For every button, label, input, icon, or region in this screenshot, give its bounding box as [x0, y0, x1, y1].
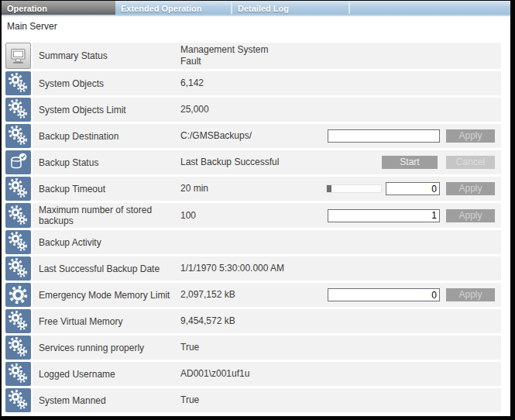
property-value: 25,000	[180, 104, 289, 115]
gears-icon	[5, 71, 31, 95]
row-backup-status: Backup Status Last Backup Successful Sta…	[5, 150, 501, 174]
property-value: 9,454,572 kB	[180, 315, 289, 327]
row-backup-activity: Backup Activity	[5, 230, 501, 254]
row-system-objects-limit: System Objects Limit 25,000	[5, 98, 501, 122]
property-label: Backup Timeout	[39, 184, 180, 195]
emergency-memory-input[interactable]	[328, 288, 440, 301]
property-label: Free Virtual Memory	[39, 316, 180, 327]
gears-icon	[5, 124, 31, 148]
row-max-stored-backups: Maximum number of stored backups 100 App…	[5, 203, 501, 228]
gear-icon	[5, 283, 31, 307]
property-value: 6,142	[180, 77, 289, 89]
monitor-icon	[5, 43, 31, 69]
gears-icon	[5, 336, 31, 360]
gears-icon	[5, 203, 31, 228]
property-value: 2,097,152 kB	[180, 289, 289, 301]
gears-icon	[5, 388, 31, 412]
tab-detailed-log[interactable]: Detailed Log	[232, 1, 348, 15]
property-list: Summary Status Management System Fault S…	[5, 43, 501, 412]
gears-icon	[5, 230, 31, 254]
property-label: Last Successful Backup Date	[39, 263, 180, 274]
row-services-running-properly: Services running properly True	[5, 336, 501, 360]
property-label: Emergency Mode Memory Limit	[39, 290, 180, 301]
property-value: 100	[180, 210, 289, 222]
slider-handle[interactable]	[327, 185, 331, 192]
property-label: Backup Status	[39, 157, 180, 168]
property-value: True	[180, 394, 289, 406]
gears-icon	[5, 362, 31, 386]
property-label: Backup Destination	[39, 131, 180, 142]
property-label: Maximum number of stored backups	[39, 205, 180, 226]
backup-destination-input[interactable]	[328, 129, 440, 143]
property-value: 20 min	[180, 183, 289, 195]
property-value: Management System Fault	[180, 44, 289, 67]
property-label: System Objects Limit	[39, 105, 180, 115]
property-value: 1/1/1970 5:30:00.000 AM	[180, 263, 289, 274]
property-label: Backup Activity	[39, 237, 180, 248]
gears-icon	[5, 256, 31, 281]
row-last-successful-backup-date: Last Successful Backup Date 1/1/1970 5:3…	[5, 256, 501, 281]
max-backups-apply-button[interactable]: Apply	[446, 209, 495, 222]
gears-icon	[5, 98, 31, 122]
row-logged-username: Logged Username AD001\z001uf1u	[5, 362, 501, 386]
row-backup-timeout: Backup Timeout 20 min Apply	[5, 177, 501, 201]
property-value: Last Backup Successful	[180, 157, 289, 168]
backup-start-button[interactable]: Start	[382, 156, 438, 169]
page-title: Main Server	[2, 21, 510, 35]
tab-bar: Operation Extended Operation Detailed Lo…	[2, 1, 510, 16]
row-summary-status: Summary Status Management System Fault	[5, 43, 501, 69]
gears-icon	[5, 309, 31, 333]
property-label: System Objects	[39, 78, 180, 89]
property-label: System Manned	[39, 395, 180, 406]
backup-timeout-apply-button[interactable]: Apply	[446, 182, 495, 195]
property-value: True	[180, 342, 289, 353]
window-frame: Operation Extended Operation Detailed Lo…	[0, 0, 515, 420]
property-label: Logged Username	[39, 369, 180, 380]
row-free-virtual-memory: Free Virtual Memory 9,454,572 kB	[5, 309, 501, 333]
backup-destination-apply-button[interactable]: Apply	[446, 129, 495, 143]
gears-icon	[5, 177, 31, 201]
emergency-memory-apply-button[interactable]: Apply	[446, 288, 495, 301]
backup-timeout-slider[interactable]	[326, 184, 382, 193]
property-value: AD001\z001uf1u	[180, 368, 289, 380]
row-system-manned: System Manned True	[5, 388, 501, 412]
property-label: Summary Status	[39, 50, 180, 61]
backup-cancel-button[interactable]: Cancel	[446, 156, 495, 169]
tab-operation[interactable]: Operation	[2, 1, 115, 15]
backup-timeout-input[interactable]	[386, 182, 440, 195]
property-label: Services running properly	[39, 343, 180, 353]
row-emergency-mode-memory-limit: Emergency Mode Memory Limit 2,097,152 kB…	[5, 283, 501, 307]
app-surface: Operation Extended Operation Detailed Lo…	[2, 1, 510, 416]
property-value: C:/GMSBackups/	[180, 130, 289, 142]
row-system-objects: System Objects 6,142	[5, 71, 501, 95]
tab-separator	[348, 2, 350, 14]
tab-extended-operation[interactable]: Extended Operation	[115, 1, 231, 15]
max-backups-input[interactable]	[328, 209, 440, 222]
row-backup-destination: Backup Destination C:/GMSBackups/ Apply	[5, 124, 501, 148]
database-check-icon	[5, 150, 31, 174]
main-content: Main Server Summary Status Management Sy…	[2, 16, 510, 412]
